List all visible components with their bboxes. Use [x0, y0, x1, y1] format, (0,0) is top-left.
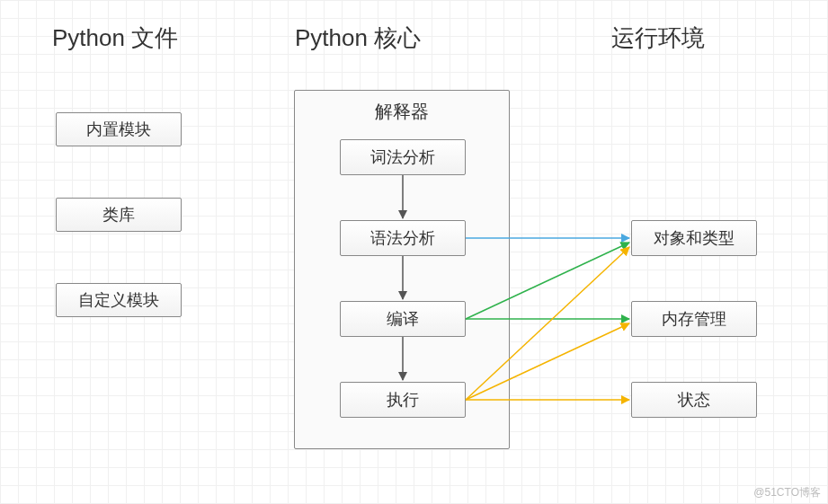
- node-compile: 编译: [340, 301, 466, 337]
- heading-python-file: Python 文件: [52, 22, 178, 54]
- heading-python-core: Python 核心: [295, 22, 421, 54]
- node-memory-management: 内存管理: [631, 301, 757, 337]
- node-custom-module: 自定义模块: [56, 283, 182, 317]
- heading-runtime-env: 运行环境: [611, 22, 705, 54]
- node-lexical-analysis: 词法分析: [340, 139, 466, 175]
- node-builtin-module: 内置模块: [56, 112, 182, 146]
- node-library: 类库: [56, 198, 182, 232]
- node-object-type: 对象和类型: [631, 220, 757, 256]
- node-execute: 执行: [340, 382, 466, 418]
- watermark: @51CTO博客: [753, 485, 821, 500]
- node-state: 状态: [631, 382, 757, 418]
- node-syntax-analysis: 语法分析: [340, 220, 466, 256]
- interpreter-title: 解释器: [295, 100, 509, 124]
